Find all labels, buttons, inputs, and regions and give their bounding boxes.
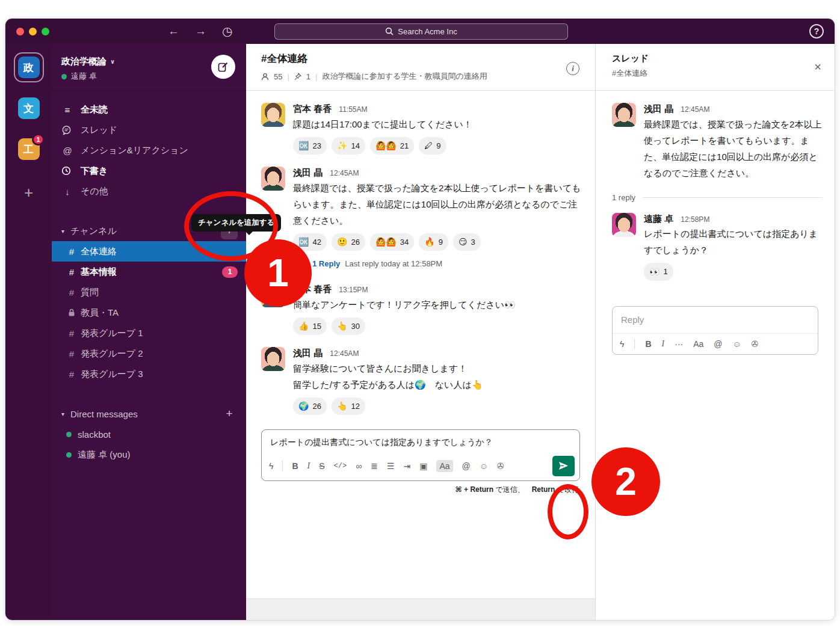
emoji-icon[interactable]: ☺ xyxy=(733,340,741,348)
attach-icon[interactable]: ✇ xyxy=(752,340,759,348)
window-footer-strip xyxy=(246,598,595,620)
emoji-icon[interactable]: ☺ xyxy=(480,462,488,470)
sidebar-channel-kihonjoho[interactable]: # 基本情報 1 xyxy=(52,262,246,282)
avatar[interactable] xyxy=(612,103,636,127)
sidebar-channel-kyoin-ta[interactable]: 教員・TA xyxy=(52,302,246,323)
reaction-pill[interactable]: 🆗42 xyxy=(293,233,327,251)
add-workspace-button[interactable]: + xyxy=(24,183,33,202)
more-formatting-icon[interactable]: ··· xyxy=(675,340,683,348)
record-icon[interactable]: ▣ xyxy=(419,462,427,470)
sidebar-dm-slackbot[interactable]: slackbot xyxy=(52,424,246,444)
sidebar-item-all-unreads[interactable]: ≡ 全未読 xyxy=(52,99,246,120)
close-icon[interactable]: × xyxy=(814,61,821,73)
zoom-window-button[interactable] xyxy=(42,28,49,35)
italic-icon[interactable]: I xyxy=(662,340,665,348)
workspace-switcher-literature[interactable]: 文 xyxy=(15,94,43,122)
shortcuts-icon[interactable]: ϟ xyxy=(269,462,273,470)
link-icon[interactable]: ∞ xyxy=(356,462,362,470)
reaction-pill[interactable]: 👆12 xyxy=(332,397,365,415)
sparkles-emoji: ✨ xyxy=(337,141,347,150)
reaction-pill[interactable]: 🖊9 xyxy=(419,137,446,155)
reaction-pill[interactable]: ✨14 xyxy=(332,137,365,155)
send-button[interactable] xyxy=(552,456,575,476)
message-author[interactable]: 浅田 晶 xyxy=(293,348,323,358)
minimize-window-button[interactable] xyxy=(29,28,37,35)
channel-title[interactable]: #全体連絡 xyxy=(261,52,583,66)
workspace-switcher-engineering[interactable]: 工 1 xyxy=(15,135,43,163)
message-author[interactable]: 遠藤 卓 xyxy=(644,213,673,224)
workspace-menu[interactable]: 政治学概論 ∨ xyxy=(61,56,236,67)
avatar[interactable] xyxy=(261,283,285,307)
reaction-pill[interactable]: 👆30 xyxy=(332,318,365,335)
bold-icon[interactable]: B xyxy=(645,340,651,348)
pin-count[interactable]: 1 xyxy=(306,72,310,81)
presence-dot-icon xyxy=(61,74,67,79)
blockquote-icon[interactable]: ⇥ xyxy=(403,462,410,470)
bullet-list-icon[interactable]: ☰ xyxy=(387,462,395,470)
sidebar-channel-happyo-group3[interactable]: # 発表グループ 3 xyxy=(52,364,246,384)
search-input[interactable]: Search Acme Inc xyxy=(274,23,568,40)
sidebar-item-drafts[interactable]: 下書き xyxy=(52,161,246,181)
sidebar-channel-zentairenraku[interactable]: # 全体連絡 xyxy=(52,241,246,262)
add-dm-button[interactable]: + xyxy=(221,405,238,422)
reply-input[interactable] xyxy=(621,315,809,325)
avatar[interactable] xyxy=(612,213,636,237)
sidebar-dm-self[interactable]: 遠藤 卓 (you) xyxy=(52,444,246,465)
ordered-list-icon[interactable]: ≣ xyxy=(371,462,378,470)
thread-reply-link[interactable]: 1 Reply xyxy=(312,257,340,271)
workspace-switcher-politics[interactable]: 政 xyxy=(15,54,43,81)
code-icon[interactable]: </> xyxy=(334,462,347,470)
reaction-pill[interactable]: 🆗23 xyxy=(293,137,327,155)
reaction-pill[interactable]: 🌍26 xyxy=(293,397,327,415)
message-time[interactable]: 13:15PM xyxy=(339,286,368,294)
avatar[interactable] xyxy=(261,103,285,127)
message-time[interactable]: 11:55AM xyxy=(339,105,367,114)
member-count[interactable]: 55 xyxy=(274,72,282,81)
reaction-pill[interactable]: 👀1 xyxy=(644,263,673,280)
reaction-pill[interactable]: 🙂26 xyxy=(332,233,365,251)
sidebar-item-mentions[interactable]: @ メンション&リアクション xyxy=(52,140,246,161)
sidebar-channel-happyo-group2[interactable]: # 発表グループ 2 xyxy=(52,343,246,364)
strikethrough-icon[interactable]: S xyxy=(319,462,324,470)
thread-channel[interactable]: #全体連絡 xyxy=(612,68,823,79)
thread-reply-bar[interactable]: 1 Reply Last reply today at 12:58PM xyxy=(293,257,582,271)
message-time[interactable]: 12:45AM xyxy=(330,169,359,177)
forward-icon[interactable]: → xyxy=(195,25,206,38)
sidebar-item-more[interactable]: ↓ その他 xyxy=(52,181,246,201)
reaction-pill[interactable]: 🙆🙆21 xyxy=(370,137,414,155)
format-toggle-icon[interactable]: Aa xyxy=(693,340,703,348)
mention-icon[interactable]: @ xyxy=(714,340,722,348)
avatar[interactable] xyxy=(261,347,285,371)
sidebar-channel-happyo-group1[interactable]: # 発表グループ 1 xyxy=(52,323,246,343)
mention-icon[interactable]: @ xyxy=(462,462,471,470)
message-time[interactable]: 12:45AM xyxy=(330,349,359,358)
history-icon[interactable]: ◷ xyxy=(222,24,232,38)
shortcuts-icon[interactable]: ϟ xyxy=(620,340,624,348)
channel-info-button[interactable]: i xyxy=(566,62,579,75)
italic-icon[interactable]: I xyxy=(307,462,310,470)
channel-topic[interactable]: 政治学概論に参加する学生・教職員間の連絡用 xyxy=(322,71,487,82)
close-window-button[interactable] xyxy=(16,28,24,35)
message-time[interactable]: 12:45AM xyxy=(681,105,709,114)
sidebar-item-threads[interactable]: スレッド xyxy=(52,120,246,140)
reaction-pill[interactable]: 🔥9 xyxy=(419,233,448,251)
message-time[interactable]: 12:58PM xyxy=(681,215,709,224)
message-input[interactable] xyxy=(270,438,571,447)
attach-icon[interactable]: ✇ xyxy=(497,462,504,470)
reaction-pill[interactable]: 🙆🙆34 xyxy=(370,233,414,251)
user-name: 遠藤 卓 xyxy=(71,71,97,82)
message-author[interactable]: 宮本 春香 xyxy=(293,103,332,114)
reaction-pill[interactable]: 😏3 xyxy=(453,233,481,251)
message-author[interactable]: 浅田 晶 xyxy=(293,167,323,177)
help-icon[interactable]: ? xyxy=(809,24,824,38)
avatar[interactable] xyxy=(261,167,285,191)
bold-icon[interactable]: B xyxy=(292,462,298,470)
message-author[interactable]: 浅田 晶 xyxy=(644,103,673,114)
reaction-pill[interactable]: 👍15 xyxy=(293,318,327,335)
dm-section-header[interactable]: ▾ Direct messages + xyxy=(52,404,246,424)
back-icon[interactable]: ← xyxy=(168,25,179,38)
format-toggle-icon[interactable]: Aa xyxy=(436,460,452,472)
sidebar-channel-shitsumon[interactable]: # 質問 xyxy=(52,282,246,302)
message-author[interactable]: 宮本 春香 xyxy=(293,284,332,294)
new-message-button[interactable] xyxy=(211,55,235,79)
